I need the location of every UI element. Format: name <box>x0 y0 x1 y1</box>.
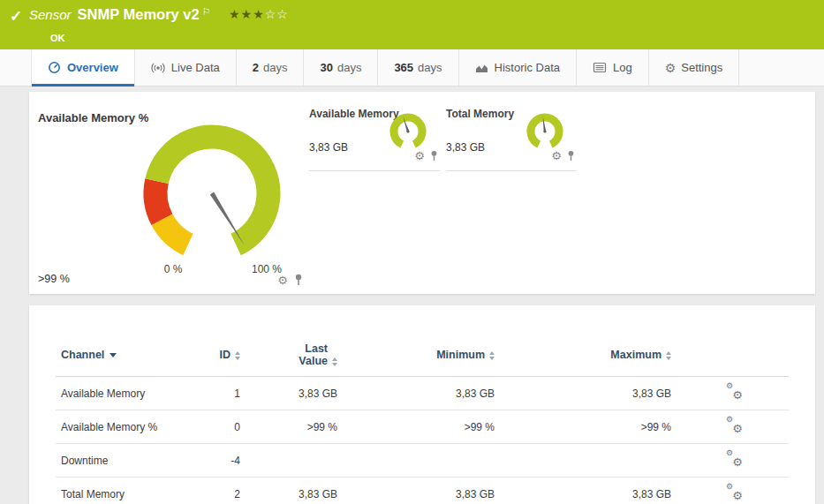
live-data-icon <box>151 62 165 74</box>
header-label: ID <box>220 349 231 361</box>
last-value-cell: 3,83 GB <box>246 478 343 504</box>
column-header-last-value[interactable]: Last Value <box>246 337 343 377</box>
maximum-cell: 3,83 GB <box>500 377 677 410</box>
dropdown-caret-icon <box>110 353 117 357</box>
channel-settings-icon[interactable]: ⚙⚙ <box>726 452 743 466</box>
column-header-settings <box>677 337 789 377</box>
last-value-cell: 3,83 GB <box>246 377 343 410</box>
gear-icon: ⚙ <box>732 389 743 401</box>
gear-icon: ⚙ <box>732 490 743 501</box>
table-row: Total Memory 2 3,83 GB 3,83 GB 3,83 GB ⚙… <box>56 478 789 504</box>
tab-settings[interactable]: ⚙ Settings <box>649 49 740 86</box>
table-row: Available Memory % 0 >99 % >99 % >99 % ⚙… <box>56 410 789 444</box>
channels-table: Channel ID Last Value Minimum Maximum Av… <box>56 337 789 504</box>
flag-icon[interactable]: ⚐ <box>202 6 211 17</box>
small-gear-icon: ⚙ <box>726 449 733 457</box>
header-label: Last Value <box>287 342 328 367</box>
column-header-maximum[interactable]: Maximum <box>500 337 677 377</box>
status-ok-check-icon: ✓ <box>10 7 22 26</box>
small-gear-icon: ⚙ <box>726 416 733 424</box>
id-cell: 0 <box>206 410 246 444</box>
small-gear-icon: ⚙ <box>726 483 733 491</box>
stars-filled: ★★★ <box>229 7 265 21</box>
available-memory-pct-gauge <box>115 112 309 280</box>
stars-empty: ☆☆ <box>265 7 289 21</box>
id-cell: 2 <box>206 478 246 504</box>
gauge-scale-min: 0 % <box>154 263 193 275</box>
gauge-value: >99 % <box>38 273 70 285</box>
last-value-cell: >99 % <box>246 410 343 444</box>
pin-icon[interactable] <box>294 274 303 286</box>
tab-365-days[interactable]: 365days <box>378 49 458 86</box>
maximum-cell: 3,83 GB <box>500 478 677 504</box>
channel-cell[interactable]: Total Memory <box>56 478 206 504</box>
tab-live-data[interactable]: Live Data <box>135 49 237 86</box>
channel-settings-icon[interactable]: ⚙⚙ <box>726 385 743 399</box>
settings-gear-icon: ⚙ <box>665 61 677 75</box>
tab-30-days[interactable]: 30days <box>304 49 378 86</box>
gauge-settings-gear-icon[interactable]: ⚙ <box>414 150 425 162</box>
channels-table-panel: Channel ID Last Value Minimum Maximum Av… <box>29 305 815 504</box>
sensor-title: SNMP Memory v2 <box>78 6 200 22</box>
sensor-title-row: SensorSNMP Memory v2⚐ ★★★☆☆ <box>29 6 289 23</box>
tab-2-days[interactable]: 2days <box>237 49 305 86</box>
minimum-cell: 3,83 GB <box>343 478 500 504</box>
tab-label: Settings <box>681 61 722 74</box>
channel-cell[interactable]: Available Memory <box>56 377 206 410</box>
sort-icon <box>666 351 671 360</box>
column-header-minimum[interactable]: Minimum <box>343 337 500 377</box>
gauge-settings-gear-icon[interactable]: ⚙ <box>277 275 288 286</box>
tab-label: Log <box>613 61 632 74</box>
header-label: Channel <box>61 349 104 361</box>
status-badge: OK <box>50 33 65 43</box>
tab-unit: days <box>418 61 442 74</box>
tab-label: Overview <box>67 61 118 74</box>
sensor-header-bar: ✓ SensorSNMP Memory v2⚐ ★★★☆☆ OK <box>0 0 824 49</box>
column-header-id[interactable]: ID <box>206 337 246 377</box>
gauge-block-available-memory-pct: Available Memory % 0 % 100 % >99 % ⚙ <box>36 102 310 290</box>
header-label: Maximum <box>610 349 661 361</box>
column-header-channel[interactable]: Channel <box>56 337 206 377</box>
sort-icon <box>332 357 337 366</box>
tab-label: Live Data <box>171 61 220 74</box>
channel-settings-icon[interactable]: ⚙⚙ <box>726 418 743 433</box>
minimum-cell <box>343 444 500 478</box>
tab-overview[interactable]: Overview <box>31 49 135 86</box>
gauges-panel: Available Memory % 0 % 100 % >99 % ⚙ Ava… <box>29 92 815 294</box>
historic-data-icon <box>475 62 488 73</box>
small-gear-icon: ⚙ <box>726 382 733 390</box>
table-header-row: Channel ID Last Value Minimum Maximum <box>56 337 789 377</box>
channel-settings-icon[interactable]: ⚙⚙ <box>726 485 743 500</box>
gauge-value: 3,83 GB <box>309 141 348 154</box>
gear-icon: ⚙ <box>732 423 743 434</box>
tab-number: 365 <box>394 61 413 74</box>
tab-bar: Overview Live Data 2days 30days 365days … <box>0 49 824 87</box>
tab-number: 30 <box>320 61 332 74</box>
gauge-title: Total Memory <box>446 108 514 120</box>
gauge-settings-gear-icon[interactable]: ⚙ <box>551 150 562 162</box>
gauge-value: 3,83 GB <box>446 141 485 154</box>
sensor-status-row: OK <box>50 29 65 45</box>
pin-icon[interactable] <box>430 150 438 162</box>
gauge-block-total-memory: Total Memory 3,83 GB ⚙ <box>446 102 577 171</box>
minimum-cell: 3,83 GB <box>343 377 500 410</box>
id-cell: 1 <box>206 377 246 410</box>
tab-historic-data[interactable]: Historic Data <box>459 49 577 86</box>
tab-unit: days <box>337 61 361 74</box>
channel-cell[interactable]: Downtime <box>56 444 206 478</box>
maximum-cell <box>500 444 677 478</box>
channel-cell[interactable]: Available Memory % <box>56 410 206 444</box>
pin-icon[interactable] <box>567 150 575 162</box>
gauge-block-available-memory: Available Memory 3,83 GB ⚙ <box>309 102 440 171</box>
header-label: Minimum <box>436 349 485 361</box>
maximum-cell: >99 % <box>500 410 677 444</box>
priority-stars[interactable]: ★★★☆☆ <box>229 7 289 21</box>
sort-icon <box>489 351 495 360</box>
last-value-cell <box>246 444 343 478</box>
minimum-cell: >99 % <box>343 410 500 444</box>
table-row: Downtime -4 ⚙⚙ <box>56 444 789 478</box>
sort-icon <box>235 351 240 360</box>
tab-log[interactable]: Log <box>577 49 649 86</box>
tab-label: Historic Data <box>495 61 560 74</box>
table-row: Available Memory 1 3,83 GB 3,83 GB 3,83 … <box>56 377 789 410</box>
